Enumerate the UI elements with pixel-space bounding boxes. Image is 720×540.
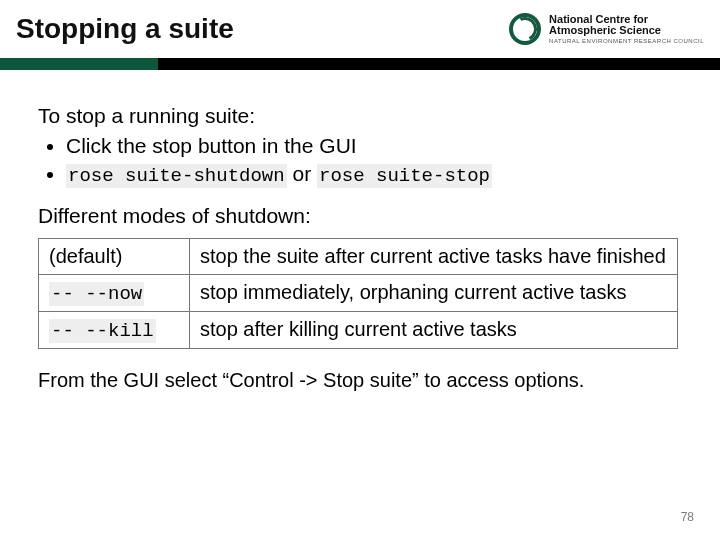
footer-text: From the GUI select “Control -> Stop sui… — [38, 369, 682, 392]
ncas-logo: National Centre for Atmospheric Science … — [509, 13, 704, 45]
modes-table: (default) stop the suite after current a… — [38, 238, 678, 349]
bullet-item: rose suite-shutdown or rose suite-stop — [66, 160, 682, 190]
content-area: To stop a running suite: Click the stop … — [0, 70, 720, 392]
bullet-text: Click the stop button in the GUI — [66, 134, 357, 157]
option-cell: -- --now — [39, 274, 190, 311]
option-code: -- --now — [49, 282, 144, 306]
table-row: (default) stop the suite after current a… — [39, 238, 678, 274]
bullet-joiner: or — [287, 162, 317, 185]
logo-text: National Centre for Atmospheric Science … — [549, 14, 704, 44]
table-row: -- --kill stop after killing current act… — [39, 311, 678, 348]
code-snippet: rose suite-shutdown — [66, 164, 287, 188]
description-cell: stop immediately, orphaning current acti… — [190, 274, 678, 311]
option-plain: (default) — [49, 245, 122, 267]
header-bar: Stopping a suite National Centre for Atm… — [0, 0, 720, 58]
slide-title: Stopping a suite — [16, 13, 234, 45]
option-code: -- --kill — [49, 319, 156, 343]
logo-line3: NATURAL ENVIRONMENT RESEARCH COUNCIL — [549, 38, 704, 44]
subheading: Different modes of shutdown: — [38, 204, 682, 228]
page-number: 78 — [681, 510, 694, 524]
header-stripe — [0, 58, 720, 70]
logo-mark-icon — [509, 13, 541, 45]
slide: Stopping a suite National Centre for Atm… — [0, 0, 720, 540]
logo-line2: Atmospheric Science — [549, 25, 704, 36]
bullet-list: Click the stop button in the GUI rose su… — [38, 132, 682, 190]
lead-text: To stop a running suite: — [38, 104, 682, 128]
description-cell: stop after killing current active tasks — [190, 311, 678, 348]
code-snippet: rose suite-stop — [317, 164, 492, 188]
option-cell: -- --kill — [39, 311, 190, 348]
bullet-item: Click the stop button in the GUI — [66, 132, 682, 160]
description-cell: stop the suite after current active task… — [190, 238, 678, 274]
option-cell: (default) — [39, 238, 190, 274]
table-row: -- --now stop immediately, orphaning cur… — [39, 274, 678, 311]
